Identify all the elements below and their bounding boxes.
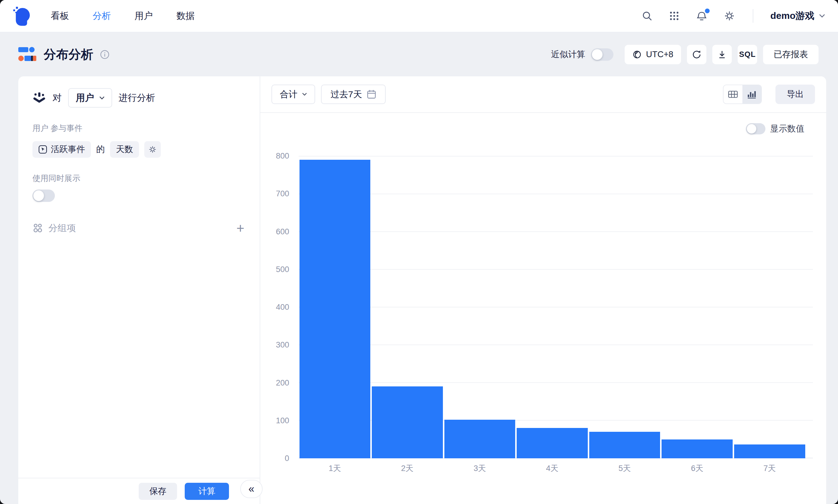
download-button[interactable] <box>712 45 732 64</box>
page-header: 分布分析 近似计算 UTC+8 SQL 已存报表 <box>0 32 838 76</box>
view-mode-segmented-control <box>723 85 762 104</box>
chevron-down-icon <box>302 93 307 96</box>
x-tick-label: 5天 <box>588 463 661 474</box>
top-nav: 看板分析用户数据 demo游戏 <box>0 0 838 32</box>
workspace-switcher[interactable]: demo游戏 <box>770 10 825 22</box>
event-settings-gear-icon[interactable] <box>144 141 161 158</box>
analysis-card: 对 用户 进行分析 用户 参与事件 活跃事件 的 天数 <box>18 76 826 504</box>
y-tick-label: 300 <box>276 340 289 349</box>
bar-series <box>298 156 806 458</box>
show-values-label: 显示数值 <box>770 123 804 135</box>
x-tick-label: 7天 <box>733 463 806 474</box>
sidebar-footer: 保存 计算 <box>18 478 260 504</box>
measure-chip-label: 天数 <box>116 144 133 155</box>
saved-reports-button[interactable]: 已存报表 <box>763 45 819 64</box>
entity-value: 用户 <box>76 92 94 104</box>
y-tick-label: 400 <box>276 303 289 312</box>
globe-icon <box>632 50 642 59</box>
add-group-icon[interactable]: + <box>236 221 244 235</box>
measure-chip[interactable]: 天数 <box>110 141 139 158</box>
y-tick-label: 500 <box>276 265 289 274</box>
search-icon[interactable] <box>641 10 653 22</box>
group-by-icon <box>32 223 43 233</box>
page-title: 分布分析 <box>44 46 93 63</box>
workspace-name: demo游戏 <box>770 10 815 22</box>
bar-7天[interactable] <box>734 445 805 458</box>
approx-calc-toggle[interactable] <box>591 48 613 61</box>
of-label: 的 <box>96 144 105 155</box>
entity-select[interactable]: 用户 <box>68 88 112 108</box>
nav-item[interactable]: 分析 <box>93 10 111 22</box>
group-by-label: 分组项 <box>48 222 76 234</box>
y-tick-label: 800 <box>276 151 289 161</box>
x-axis-labels: 1天2天3天4天5天6天7天 <box>298 463 806 474</box>
timezone-button[interactable]: UTC+8 <box>625 45 681 64</box>
notification-dot <box>705 8 709 13</box>
y-axis-labels: 0100200300400500600700800 <box>260 156 293 458</box>
distribution-analysis-icon <box>18 46 37 63</box>
apps-grid-icon[interactable] <box>668 10 680 22</box>
approx-calc-label: 近似计算 <box>551 49 585 60</box>
date-range-value: 过去7天 <box>330 88 362 101</box>
timezone-value: UTC+8 <box>646 50 673 59</box>
simultaneous-label: 使用同时展示 <box>32 173 245 184</box>
collapse-sidebar-button[interactable]: « <box>240 480 262 498</box>
chart-view-toggle[interactable] <box>742 85 761 104</box>
calendar-icon <box>367 90 376 99</box>
event-cursor-icon <box>38 145 47 154</box>
chart-pane: 合计 过去7天 导出 <box>260 76 826 504</box>
bar-6天[interactable] <box>662 439 733 458</box>
calculate-button[interactable]: 计算 <box>185 483 229 500</box>
export-button[interactable]: 导出 <box>775 85 815 104</box>
y-tick-label: 0 <box>285 454 289 463</box>
collapse-icon: « <box>249 483 254 495</box>
aggregation-value: 合计 <box>280 88 297 101</box>
brand-logo-icon[interactable] <box>13 6 31 26</box>
distribution-target-icon <box>32 91 46 104</box>
nav-divider <box>753 9 753 23</box>
date-range-select[interactable]: 过去7天 <box>321 85 386 104</box>
y-tick-label: 700 <box>276 189 289 198</box>
y-tick-label: 100 <box>276 416 289 425</box>
bar-5天[interactable] <box>589 432 660 458</box>
table-icon <box>728 89 738 99</box>
analyze-prefix: 对 <box>52 92 62 104</box>
info-icon[interactable] <box>100 50 110 59</box>
refresh-icon <box>691 50 702 59</box>
settings-gear-icon[interactable] <box>723 10 736 22</box>
config-sidebar: 对 用户 进行分析 用户 参与事件 活跃事件 的 天数 <box>18 76 260 504</box>
x-tick-label: 2天 <box>371 463 444 474</box>
bar-3天[interactable] <box>444 420 515 458</box>
x-tick-label: 3天 <box>444 463 516 474</box>
show-values-toggle[interactable] <box>746 123 765 134</box>
bar-1天[interactable] <box>300 160 371 458</box>
analyze-suffix: 进行分析 <box>119 92 155 104</box>
app-window: 看板分析用户数据 demo游戏 <box>0 0 838 504</box>
chevron-down-icon <box>819 14 825 18</box>
refresh-button[interactable] <box>687 45 706 64</box>
bar-2天[interactable] <box>372 386 443 458</box>
x-tick-label: 1天 <box>298 463 371 474</box>
event-chip-label: 活跃事件 <box>51 144 85 155</box>
download-icon <box>717 50 727 59</box>
sql-button[interactable]: SQL <box>738 45 757 64</box>
chart-toolbar: 合计 过去7天 导出 <box>260 76 826 113</box>
simultaneous-toggle[interactable] <box>32 190 55 202</box>
chevron-down-icon <box>100 96 104 100</box>
save-button[interactable]: 保存 <box>139 483 177 500</box>
y-tick-label: 600 <box>276 227 289 236</box>
bar-chart-icon <box>747 89 757 99</box>
nav-item[interactable]: 用户 <box>135 10 153 22</box>
x-tick-label: 4天 <box>516 463 589 474</box>
event-section-label: 用户 参与事件 <box>32 123 245 133</box>
event-chip[interactable]: 活跃事件 <box>32 141 91 158</box>
primary-nav: 看板分析用户数据 <box>51 10 195 22</box>
y-tick-label: 200 <box>276 378 289 387</box>
table-view-toggle[interactable] <box>723 85 742 104</box>
notifications-bell-icon[interactable] <box>696 10 708 22</box>
x-tick-label: 6天 <box>661 463 734 474</box>
nav-item[interactable]: 看板 <box>51 10 69 22</box>
nav-item[interactable]: 数据 <box>176 10 195 22</box>
bar-4天[interactable] <box>517 428 588 458</box>
aggregation-select[interactable]: 合计 <box>272 85 315 104</box>
